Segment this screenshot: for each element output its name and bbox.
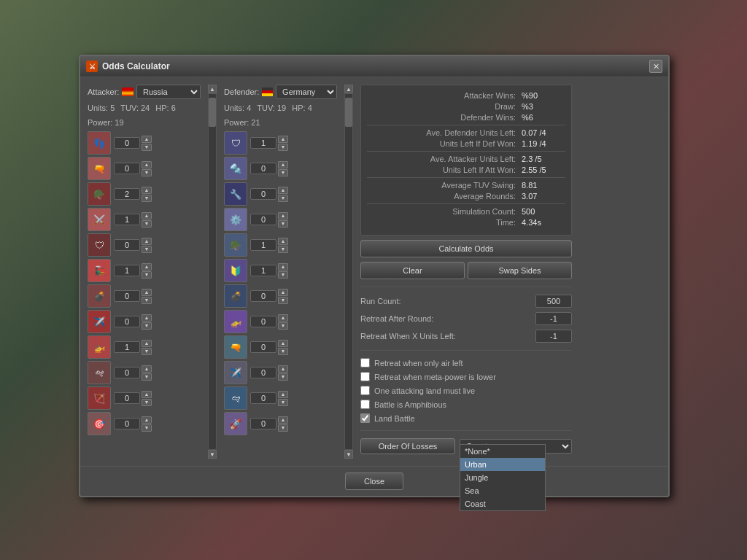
defender-unit-spin-down-2[interactable]: ▼ [278,195,288,202]
defender-unit-spin-down-9[interactable]: ▼ [278,373,288,381]
attacker-unit-spin-up-9[interactable]: ▲ [142,365,152,373]
attacker-unit-spin-down-1[interactable]: ▼ [142,169,152,176]
terrain-option-none-item[interactable]: *None* [460,445,545,458]
attacker-unit-spin-up-7[interactable]: ▲ [142,314,152,322]
defender-unit-count-1[interactable] [250,163,276,174]
attacker-unit-spin-down-7[interactable]: ▼ [142,322,152,330]
retreat-only-air-checkbox[interactable] [360,358,370,368]
attacker-unit-spin-down-10[interactable]: ▼ [142,399,152,406]
attacker-unit-spin-up-5[interactable]: ▲ [142,263,152,271]
terrain-option-sea-item[interactable]: Sea [460,484,545,497]
attacker-unit-spin-up-0[interactable]: ▲ [142,136,152,143]
defender-unit-spin-down-11[interactable]: ▼ [278,424,288,432]
defender-unit-spin-up-9[interactable]: ▲ [278,365,288,373]
retreat-when-x-input[interactable] [535,330,572,343]
attacker-unit-count-1[interactable] [114,163,140,174]
attacker-unit-spin-down-9[interactable]: ▼ [142,373,152,381]
attacker-scroll-track[interactable] [208,93,217,450]
attacker-unit-spin-down-8[interactable]: ▼ [142,348,152,355]
defender-unit-spin-down-4[interactable]: ▼ [278,246,288,253]
defender-unit-spin-up-10[interactable]: ▲ [278,391,288,398]
defender-unit-spin-down-7[interactable]: ▼ [278,322,288,330]
swap-sides-button[interactable]: Swap Sides [468,262,572,279]
attacker-unit-spin-down-11[interactable]: ▼ [142,424,152,432]
defender-unit-count-3[interactable] [250,214,276,225]
attacker-unit-spin-down-3[interactable]: ▼ [142,220,152,228]
attacker-select[interactable]: Russia Germany USA [136,85,201,99]
defender-unit-spin-down-10[interactable]: ▼ [278,399,288,406]
defender-unit-spin-up-7[interactable]: ▲ [278,314,288,322]
defender-unit-spin-up-1[interactable]: ▲ [278,161,288,168]
attacker-unit-spin-up-3[interactable]: ▲ [142,212,152,219]
retreat-after-round-input[interactable] [535,312,572,325]
attacker-unit-spin-down-6[interactable]: ▼ [142,297,152,304]
order-of-losses-button[interactable]: Order Of Losses [360,438,455,454]
attacker-unit-count-4[interactable] [114,239,140,251]
attacker-unit-count-3[interactable] [114,214,140,225]
attacker-unit-count-0[interactable] [114,137,140,149]
land-battle-checkbox[interactable] [360,413,370,423]
attacker-unit-count-2[interactable] [114,188,140,200]
defender-unit-count-7[interactable] [250,316,276,327]
defender-unit-spin-down-5[interactable]: ▼ [278,271,288,279]
terrain-option-urban-item[interactable]: Urban [460,458,545,471]
defender-unit-count-8[interactable] [250,341,276,353]
defender-unit-count-5[interactable] [250,265,276,276]
terrain-option-jungle-item[interactable]: Jungle [460,471,545,484]
defender-unit-spin-up-2[interactable]: ▲ [278,187,288,194]
attacker-unit-count-11[interactable] [114,418,140,429]
defender-unit-count-9[interactable] [250,367,276,378]
attacker-unit-count-5[interactable] [114,265,140,276]
battle-amphibious-checkbox[interactable] [360,400,370,409]
defender-unit-count-11[interactable] [250,418,276,429]
defender-unit-spin-down-8[interactable]: ▼ [278,348,288,355]
defender-unit-spin-up-3[interactable]: ▲ [278,212,288,219]
one-attacking-land-checkbox[interactable] [360,386,370,395]
attacker-unit-spin-up-11[interactable]: ▲ [142,416,152,424]
attacker-unit-spin-up-10[interactable]: ▲ [142,391,152,398]
attacker-unit-count-8[interactable] [114,341,140,353]
defender-unit-spin-up-0[interactable]: ▲ [278,136,288,143]
attacker-unit-spin-down-5[interactable]: ▼ [142,271,152,279]
attacker-unit-spin-up-2[interactable]: ▲ [142,187,152,194]
attacker-scrollbar[interactable]: ▲ ▼ [206,85,218,459]
defender-scrollbar[interactable]: ▲ ▼ [343,85,355,459]
defender-unit-spin-down-3[interactable]: ▼ [278,220,288,228]
attacker-unit-spin-down-0[interactable]: ▼ [142,144,152,151]
attacker-unit-spin-up-8[interactable]: ▲ [142,340,152,347]
attacker-unit-count-7[interactable] [114,316,140,327]
defender-unit-spin-down-6[interactable]: ▼ [278,297,288,304]
attacker-unit-count-9[interactable] [114,367,140,378]
defender-scroll-down[interactable]: ▼ [344,450,353,459]
clear-button[interactable]: Clear [360,262,465,279]
calculate-odds-button[interactable]: Calculate Odds [360,240,572,257]
terrain-option-coast-item[interactable]: Coast [460,497,545,510]
attacker-scroll-up[interactable]: ▲ [208,85,217,93]
defender-unit-count-10[interactable] [250,392,276,404]
defender-unit-spin-up-8[interactable]: ▲ [278,340,288,347]
defender-unit-spin-up-5[interactable]: ▲ [278,263,288,271]
attacker-unit-spin-up-6[interactable]: ▲ [142,289,152,296]
defender-unit-count-0[interactable] [250,137,276,149]
attacker-scroll-down[interactable]: ▼ [208,450,217,459]
defender-select[interactable]: Germany Russia USA [276,85,337,99]
defender-unit-count-4[interactable] [250,239,276,251]
defender-unit-count-6[interactable] [250,290,276,302]
defender-unit-count-2[interactable] [250,188,276,200]
run-count-input[interactable] [535,295,572,308]
close-button[interactable]: Close [345,472,403,490]
defender-unit-spin-down-1[interactable]: ▼ [278,169,288,176]
defender-unit-spin-up-6[interactable]: ▲ [278,289,288,296]
defender-unit-spin-up-4[interactable]: ▲ [278,238,288,245]
defender-unit-spin-up-11[interactable]: ▲ [278,416,288,424]
attacker-unit-spin-up-1[interactable]: ▲ [142,161,152,168]
defender-unit-spin-down-0[interactable]: ▼ [278,144,288,151]
retreat-meta-power-checkbox[interactable] [360,372,370,381]
defender-scroll-up[interactable]: ▲ [344,85,353,93]
attacker-unit-count-10[interactable] [114,392,140,404]
attacker-unit-spin-up-4[interactable]: ▲ [142,238,152,245]
attacker-unit-count-6[interactable] [114,290,140,302]
attacker-unit-spin-down-2[interactable]: ▼ [142,195,152,202]
attacker-unit-spin-down-4[interactable]: ▼ [142,246,152,253]
defender-scroll-track[interactable] [344,93,353,450]
